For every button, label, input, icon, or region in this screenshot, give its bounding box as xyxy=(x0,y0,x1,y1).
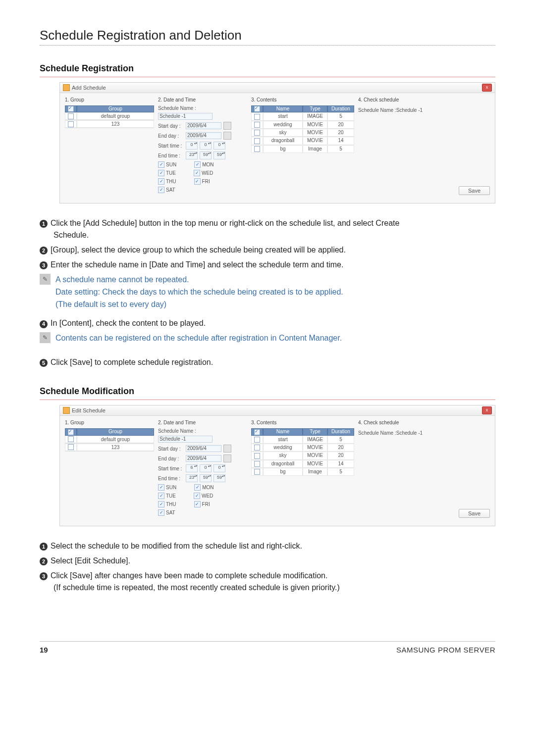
day-thu[interactable]: ✓THU xyxy=(158,501,176,507)
content-row[interactable]: dragonball MOVIE 14 xyxy=(251,137,354,145)
dialog-icon xyxy=(63,84,70,91)
group-header-check[interactable] xyxy=(65,428,77,435)
end-day-input[interactable]: 2009/6/4 xyxy=(186,132,221,139)
content-row[interactable]: bg Image 5 xyxy=(251,468,354,476)
day-tue[interactable]: ✓TUE xyxy=(158,493,176,499)
group-row[interactable]: default group xyxy=(65,112,154,120)
contents-header-duration: Duration xyxy=(327,105,354,112)
end-day-label: End day : xyxy=(158,456,184,461)
save-button[interactable]: Save xyxy=(459,186,490,195)
content-row[interactable]: start IMAGE 5 xyxy=(251,436,354,444)
content-row[interactable]: bg Image 5 xyxy=(251,145,354,153)
group-row[interactable]: default group xyxy=(65,436,154,444)
checkbox-icon[interactable] xyxy=(254,114,260,120)
checkbox-icon[interactable] xyxy=(254,122,260,128)
day-tue[interactable]: ✓TUE xyxy=(158,170,176,176)
edit-schedule-dialog: Edit Schedule x 1. Group Group default g… xyxy=(59,405,495,526)
day-thu[interactable]: ✓THU xyxy=(158,178,176,185)
checkbox-icon[interactable] xyxy=(68,436,74,442)
mod-step-2: 2Select [Edit Schedule]. xyxy=(40,555,495,567)
content-row[interactable]: sky MOVIE 20 xyxy=(251,452,354,459)
end-min-spin[interactable]: 59 xyxy=(200,474,212,482)
content-row[interactable]: start IMAGE 5 xyxy=(251,112,354,120)
contents-header-check[interactable] xyxy=(251,428,263,435)
check-schedule-title: 4. Check schedule xyxy=(358,97,490,102)
group-name: default group xyxy=(77,112,154,120)
mod-step-1: 1Select the schedule to be modified from… xyxy=(40,540,495,552)
schedule-name-input[interactable]: Schedule -1 xyxy=(158,436,213,443)
checkbox-icon[interactable] xyxy=(254,146,260,152)
dialog-icon xyxy=(63,407,70,414)
start-time-label: Start time : xyxy=(158,466,184,471)
bullet-4-icon: 4 xyxy=(40,320,48,328)
checkbox-icon[interactable] xyxy=(254,130,260,136)
day-mon[interactable]: ✓MON xyxy=(194,161,214,168)
calendar-icon[interactable] xyxy=(223,445,231,453)
step-2: 2[Group], select the device group to whi… xyxy=(40,244,495,256)
day-fri[interactable]: ✓FRI xyxy=(194,501,210,507)
end-day-input[interactable]: 2009/6/4 xyxy=(186,455,221,462)
start-sec-spin[interactable]: 0 xyxy=(214,464,225,472)
check-schedule-name: Schedule Name :Schedule -1 xyxy=(358,430,490,436)
group-header-check[interactable] xyxy=(65,105,77,112)
group-header-name: Group xyxy=(77,105,154,112)
close-icon[interactable]: x xyxy=(482,84,492,92)
checkbox-icon[interactable] xyxy=(68,113,74,119)
group-row[interactable]: 123 xyxy=(65,444,154,452)
end-hour-spin[interactable]: 23 xyxy=(186,151,198,159)
checkbox-icon[interactable] xyxy=(254,453,260,459)
checkbox-icon[interactable] xyxy=(68,444,74,450)
contents-header-type: Type xyxy=(303,428,327,435)
end-min-spin[interactable]: 59 xyxy=(200,151,212,159)
checkbox-icon[interactable] xyxy=(254,461,260,467)
start-min-spin[interactable]: 0 xyxy=(200,464,212,472)
day-sat[interactable]: ✓SAT xyxy=(158,187,175,193)
dialog-title: Add Schedule xyxy=(72,85,106,91)
start-hour-spin[interactable]: 0 xyxy=(186,142,198,150)
close-icon[interactable]: x xyxy=(482,406,492,414)
note-line: A schedule name cannot be repeated. xyxy=(55,274,343,286)
checkbox-icon[interactable] xyxy=(68,121,74,127)
day-sat[interactable]: ✓SAT xyxy=(158,509,175,516)
end-hour-spin[interactable]: 23 xyxy=(186,474,198,482)
contents-header-name: Name xyxy=(263,105,303,112)
group-row[interactable]: 123 xyxy=(65,120,154,128)
save-button[interactable]: Save xyxy=(459,509,490,518)
checkbox-icon[interactable] xyxy=(254,138,260,144)
footer-divider xyxy=(40,641,495,642)
day-sun[interactable]: ✓SUN xyxy=(158,161,176,168)
content-row[interactable]: wedding MOVIE 20 xyxy=(251,444,354,452)
start-min-spin[interactable]: 0 xyxy=(200,142,212,150)
calendar-icon[interactable] xyxy=(223,132,231,140)
end-sec-spin[interactable]: 59 xyxy=(214,151,225,159)
start-hour-spin[interactable]: 6 xyxy=(186,464,198,472)
start-sec-spin[interactable]: 0 xyxy=(214,142,225,150)
end-sec-spin[interactable]: 59 xyxy=(214,474,225,482)
contents-section-title: 3. Contents xyxy=(251,97,354,102)
page-title: Schedule Registration and Deletion xyxy=(40,28,495,43)
start-day-label: Start day : xyxy=(158,123,184,129)
content-row[interactable]: sky MOVIE 20 xyxy=(251,129,354,137)
note-block: ✎ A schedule name cannot be repeated. Da… xyxy=(40,274,495,310)
start-day-input[interactable]: 2009/6/4 xyxy=(186,122,221,129)
day-sun[interactable]: ✓SUN xyxy=(158,484,176,491)
contents-header-duration: Duration xyxy=(327,428,354,435)
day-wed[interactable]: ✓WED xyxy=(194,170,213,176)
start-day-input[interactable]: 2009/6/4 xyxy=(186,445,221,452)
schedule-name-label: Schedule Name : xyxy=(158,105,196,111)
day-wed[interactable]: ✓WED xyxy=(194,493,213,499)
content-row[interactable]: wedding MOVIE 20 xyxy=(251,121,354,129)
calendar-icon[interactable] xyxy=(223,122,231,130)
schedule-name-input[interactable]: Schedule -1 xyxy=(158,113,213,120)
day-mon[interactable]: ✓MON xyxy=(194,484,214,491)
content-row[interactable]: dragonball MOVIE 14 xyxy=(251,460,354,468)
checkbox-icon[interactable] xyxy=(254,437,260,443)
check-schedule-title: 4. Check schedule xyxy=(358,420,490,425)
checkbox-icon[interactable] xyxy=(254,445,260,451)
checkbox-icon[interactable] xyxy=(254,469,260,475)
contents-header-check[interactable] xyxy=(251,105,263,112)
step-3: 3Enter the schedule name in [Date and Ti… xyxy=(40,259,495,271)
day-fri[interactable]: ✓FRI xyxy=(194,178,210,185)
section-divider xyxy=(40,77,495,77)
calendar-icon[interactable] xyxy=(223,454,231,462)
